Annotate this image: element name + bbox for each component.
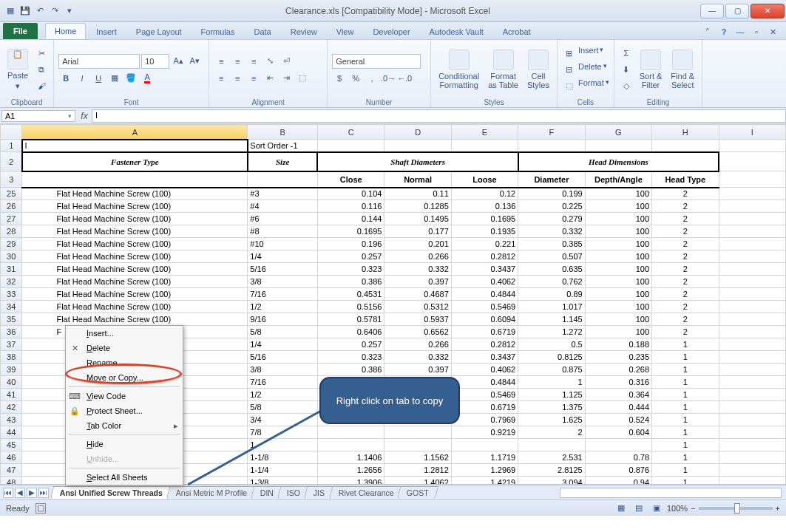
col-header-E[interactable]: E [451, 125, 518, 140]
tab-page-layout[interactable]: Page Layout [127, 24, 191, 39]
cell-C33[interactable]: 0.4531 [317, 288, 384, 301]
cell-D28[interactable]: 0.177 [384, 225, 451, 238]
ctx-rename[interactable]: Rename [66, 355, 183, 370]
cell-F36[interactable]: 1.272 [518, 326, 585, 338]
cell-H29[interactable]: 2 [652, 238, 719, 250]
cell-I31[interactable] [719, 263, 785, 276]
cell-F37[interactable]: 0.5 [518, 338, 585, 351]
cell-B27[interactable]: #6 [248, 213, 318, 225]
copy-icon[interactable]: ⧉ [34, 62, 49, 77]
save-icon[interactable]: 💾 [19, 5, 31, 17]
cell-E29[interactable]: 0.221 [451, 238, 518, 250]
cell-F34[interactable]: 1.017 [518, 301, 585, 313]
cell-F47[interactable]: 2.8125 [518, 464, 585, 477]
cell-B35[interactable]: 9/16 [248, 313, 318, 326]
increase-decimal-icon[interactable]: .0→ [381, 71, 396, 86]
merge-icon[interactable]: ⬚ [295, 71, 310, 86]
minimize-ribbon-icon[interactable]: ˄ [702, 27, 714, 39]
row-header-26[interactable]: 26 [1, 200, 22, 213]
view-page-break-icon[interactable]: ▣ [649, 501, 664, 516]
cell-A28[interactable]: Flat Head Machine Screw (100) [22, 225, 248, 238]
sort-filter-button[interactable]: Sort & Filter [637, 48, 665, 91]
cell-G41[interactable]: 0.364 [585, 389, 651, 401]
cell-D32[interactable]: 0.397 [384, 276, 451, 288]
row-header-35[interactable]: 35 [1, 313, 22, 326]
cell-E38[interactable]: 0.3437 [451, 351, 518, 364]
tab-data[interactable]: Data [245, 24, 279, 39]
sheet-tab-rivet-clearance[interactable]: Rivet Clearance [328, 486, 403, 499]
cell-G29[interactable]: 100 [585, 238, 651, 250]
cell-I39[interactable] [719, 364, 785, 376]
header-depth-angle[interactable]: Depth/Angle [585, 171, 651, 188]
cell-I27[interactable] [719, 213, 785, 225]
insert-cells-icon[interactable]: ⊞ [562, 46, 577, 61]
cell-F25[interactable]: 0.199 [518, 188, 585, 200]
cell-F46[interactable]: 2.531 [518, 451, 585, 464]
row-header-41[interactable]: 41 [1, 389, 22, 401]
cell-I25[interactable] [719, 188, 785, 200]
row-header-1[interactable]: 1 [1, 140, 22, 152]
delete-cells-icon[interactable]: ⊟ [562, 62, 577, 77]
decrease-font-icon[interactable]: A▾ [187, 54, 202, 69]
cell-B47[interactable]: 1-1/4 [248, 464, 318, 477]
font-color-icon[interactable]: A [140, 71, 155, 86]
cell-E41[interactable]: 0.5469 [451, 389, 518, 401]
cell-G43[interactable]: 0.524 [585, 414, 651, 426]
ctx-protect-sheet[interactable]: 🔒Protect Sheet... [66, 403, 183, 418]
tab-acrobat[interactable]: Acrobat [494, 24, 540, 39]
cell-C26[interactable]: 0.116 [317, 200, 384, 213]
cell-B41[interactable]: 1/2 [248, 389, 318, 401]
row-header-42[interactable]: 42 [1, 401, 22, 414]
cell-H45[interactable]: 1 [652, 439, 719, 451]
zoom-level[interactable]: 100% [667, 504, 688, 513]
cell-F38[interactable]: 0.8125 [518, 351, 585, 364]
row-header-29[interactable]: 29 [1, 238, 22, 250]
tab-file[interactable]: File [3, 23, 38, 39]
cell-F28[interactable]: 0.332 [518, 225, 585, 238]
cell-D29[interactable]: 0.201 [384, 238, 451, 250]
col-header-F[interactable]: F [518, 125, 585, 140]
row-header-31[interactable]: 31 [1, 263, 22, 276]
tab-review[interactable]: Review [282, 24, 326, 39]
header-shaft-diameters[interactable]: Shaft Diameters [317, 152, 518, 171]
cell-G27[interactable]: 100 [585, 213, 651, 225]
cell-D46[interactable]: 1.1562 [384, 451, 451, 464]
cell-G47[interactable]: 0.876 [585, 464, 651, 477]
cell-B25[interactable]: #3 [248, 188, 318, 200]
row-header-27[interactable]: 27 [1, 213, 22, 225]
doc-restore-icon[interactable]: ▫ [751, 27, 762, 39]
cell-E37[interactable]: 0.2812 [451, 338, 518, 351]
col-header-A[interactable]: A [22, 125, 248, 140]
fill-color-icon[interactable]: 🪣 [123, 71, 138, 86]
cell-I48[interactable] [719, 477, 785, 485]
cell-C44[interactable] [317, 426, 384, 439]
cut-icon[interactable]: ✂ [34, 46, 49, 61]
cell-G33[interactable]: 100 [585, 288, 651, 301]
cell-H43[interactable]: 1 [652, 414, 719, 426]
cell-B48[interactable]: 1-3/8 [248, 477, 318, 485]
cell-B30[interactable]: 1/4 [248, 250, 318, 263]
cell-G39[interactable]: 0.268 [585, 364, 651, 376]
cell-H32[interactable]: 2 [652, 276, 719, 288]
col-header-D[interactable]: D [384, 125, 451, 140]
cell-H28[interactable]: 2 [652, 225, 719, 238]
cell-B32[interactable]: 3/8 [248, 276, 318, 288]
cell-E34[interactable]: 0.5469 [451, 301, 518, 313]
cell-E26[interactable]: 0.136 [451, 200, 518, 213]
ctx-insert[interactable]: Insert... [66, 326, 183, 341]
cell-B43[interactable]: 3/4 [248, 414, 318, 426]
cell-F45[interactable] [518, 439, 585, 451]
cell-G38[interactable]: 0.235 [585, 351, 651, 364]
cell-I44[interactable] [719, 426, 785, 439]
bold-icon[interactable]: B [58, 71, 73, 86]
tab-formulas[interactable]: Formulas [192, 24, 244, 39]
cell-F42[interactable]: 1.375 [518, 401, 585, 414]
tab-home[interactable]: Home [45, 23, 86, 39]
cell-I47[interactable] [719, 464, 785, 477]
cell-A35[interactable]: Flat Head Machine Screw (100) [22, 313, 248, 326]
sheet-nav-prev-icon[interactable]: ◀ [15, 488, 25, 498]
cell-B26[interactable]: #4 [248, 200, 318, 213]
cell-F27[interactable]: 0.279 [518, 213, 585, 225]
cell-E25[interactable]: 0.12 [451, 188, 518, 200]
cell-H33[interactable]: 2 [652, 288, 719, 301]
